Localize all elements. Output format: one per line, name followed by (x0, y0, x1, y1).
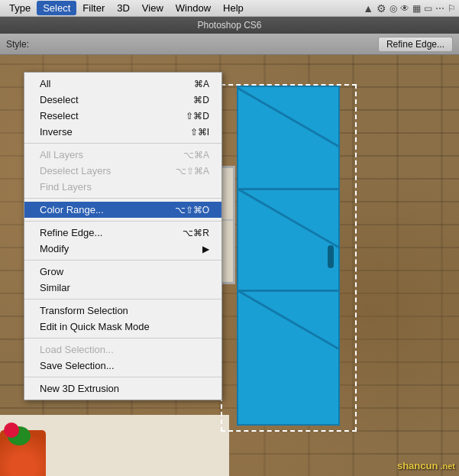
menu-item-color-range-shortcut: ⌥⇧⌘O (175, 205, 209, 215)
menu-item-modify-label: Modify (40, 243, 69, 254)
menu-item-reselect-shortcut: ⇧⌘D (186, 111, 209, 121)
menu-item-deselect[interactable]: Deselect ⌘D (24, 92, 221, 108)
layout-icon[interactable]: ▦ (412, 3, 421, 14)
separator-2 (24, 198, 221, 199)
separator-7 (24, 377, 221, 377)
separator-1 (24, 143, 221, 144)
menubar: Type Select Filter 3D View Window Help ▲… (0, 0, 459, 17)
menu-item-load-selection: Load Selection... (24, 342, 221, 358)
menu-item-quick-mask[interactable]: Edit in Quick Mask Mode (24, 319, 221, 335)
menu-item-all[interactable]: All ⌘A (24, 76, 221, 92)
menu-item-find-layers-label: Find Layers (40, 181, 92, 193)
menu-item-refine-edge-shortcut: ⌥⌘R (183, 228, 209, 238)
menubar-item-3d[interactable]: 3D (111, 1, 136, 15)
menu-item-deselect-layers-label: Deselect Layers (40, 165, 111, 176)
menu-item-color-range-label: Color Range... (40, 204, 104, 215)
flag-icon: ⚐ (448, 3, 456, 14)
menubar-item-window[interactable]: Window (170, 1, 217, 15)
menubar-item-view[interactable]: View (136, 1, 170, 15)
shutter-handle (328, 245, 334, 268)
menubar-item-filter[interactable]: Filter (76, 1, 111, 15)
style-label: Style: (6, 39, 29, 50)
titlebar: Photoshop CS6 (0, 17, 459, 34)
monitor-icon[interactable]: ▭ (424, 3, 432, 14)
menu-item-grow[interactable]: Grow (24, 264, 221, 280)
menubar-item-type[interactable]: Type (3, 1, 37, 15)
drive-icon[interactable]: ▲ (363, 2, 373, 15)
separator-3 (24, 221, 221, 222)
watermark: shancun .net (397, 460, 455, 472)
separator-5 (24, 299, 221, 300)
mini-icon[interactable]: ◎ (390, 3, 397, 14)
select-dropdown-menu: All ⌘A Deselect ⌘D Reselect ⇧⌘D Inverse … (24, 72, 222, 400)
extras-icon[interactable]: ⋯ (435, 3, 444, 14)
menu-item-inverse-shortcut: ⇧⌘I (190, 127, 209, 138)
refine-edge-button[interactable]: Refine Edge... (378, 37, 453, 52)
menu-item-similar-label: Similar (40, 282, 70, 293)
menu-item-new-3d-extrusion-label: New 3D Extrusion (40, 383, 119, 394)
menu-item-color-range[interactable]: Color Range... ⌥⇧⌘O (24, 202, 221, 218)
menu-item-deselect-label: Deselect (40, 94, 79, 105)
menu-item-grow-label: Grow (40, 266, 63, 277)
menu-item-all-label: All (40, 78, 50, 89)
menu-item-all-shortcut: ⌘A (194, 79, 209, 89)
menu-item-transform-selection[interactable]: Transform Selection (24, 303, 221, 319)
menu-item-inverse-label: Inverse (40, 126, 73, 138)
menu-item-similar[interactable]: Similar (24, 280, 221, 296)
menu-item-deselect-layers-shortcut: ⌥⇧⌘A (176, 166, 209, 176)
main-content: shancun .net All ⌘A Deselect ⌘D Reselect… (0, 55, 459, 476)
menu-item-refine-edge-label: Refine Edge... (40, 227, 102, 238)
submenu-arrow-icon: ▶ (202, 244, 209, 254)
menu-item-deselect-layers: Deselect Layers ⌥⇧⌘A (24, 163, 221, 179)
menu-item-transform-selection-label: Transform Selection (40, 305, 128, 316)
watermark-line2: .net (440, 461, 455, 471)
blue-shutter (237, 86, 340, 426)
app-title: Photoshop CS6 (6, 20, 453, 31)
menu-item-new-3d-extrusion[interactable]: New 3D Extrusion (24, 380, 221, 397)
menu-item-quick-mask-label: Edit in Quick Mask Mode (40, 321, 150, 332)
menu-item-reselect-label: Reselect (40, 110, 79, 121)
menu-item-inverse[interactable]: Inverse ⇧⌘I (24, 124, 221, 140)
menu-item-refine-edge[interactable]: Refine Edge... ⌥⌘R (24, 225, 221, 241)
menu-item-save-selection-label: Save Selection... (40, 360, 115, 371)
menu-item-find-layers: Find Layers (24, 179, 221, 195)
menu-item-all-layers-label: All Layers (40, 149, 83, 160)
menu-item-all-layers: All Layers ⌥⌘A (24, 147, 221, 163)
options-toolbar: Style: Refine Edge... (0, 34, 459, 55)
watermark-line1: shancun (397, 460, 438, 471)
menu-item-load-selection-label: Load Selection... (40, 344, 114, 355)
flower (4, 423, 19, 438)
eye-icon[interactable]: 👁 (400, 3, 409, 14)
menu-item-save-selection[interactable]: Save Selection... (24, 358, 221, 374)
menu-item-modify[interactable]: Modify ▶ (24, 241, 221, 257)
menubar-item-help[interactable]: Help (217, 1, 250, 15)
menu-item-deselect-shortcut: ⌘D (193, 95, 209, 105)
menu-item-reselect[interactable]: Reselect ⇧⌘D (24, 108, 221, 124)
separator-4 (24, 260, 221, 261)
menubar-item-select[interactable]: Select (37, 1, 76, 15)
bridge-icon[interactable]: ⚙ (377, 2, 386, 15)
menu-item-all-layers-shortcut: ⌥⌘A (183, 150, 209, 160)
separator-6 (24, 338, 221, 338)
